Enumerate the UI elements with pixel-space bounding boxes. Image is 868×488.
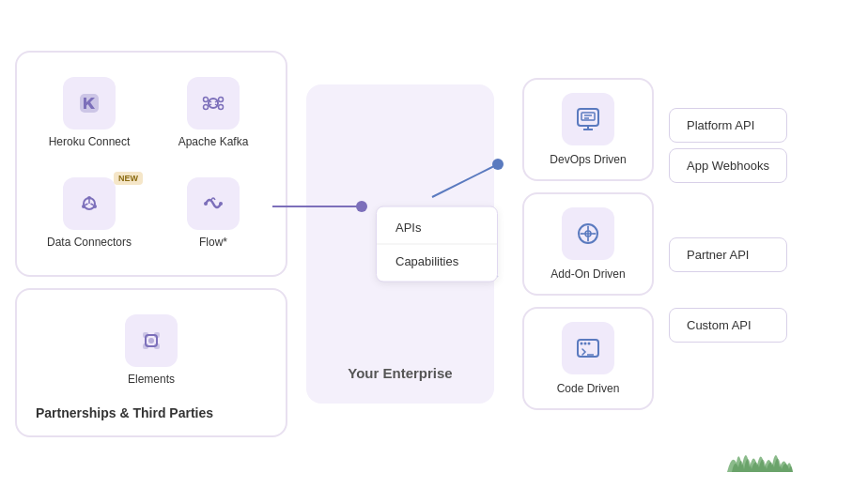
svg-point-12 (93, 205, 97, 208)
elements-card-inner: Elements (116, 305, 187, 397)
custom-api-label: Custom API (669, 308, 787, 343)
apache-kafka-icon-circle (187, 77, 240, 130)
elements-icon (138, 328, 164, 354)
code-driven-card[interactable]: Code Driven (522, 307, 654, 410)
code-icon (575, 335, 601, 361)
center-section: H Your Enterprise APIs Capabilities (297, 56, 504, 432)
addon-label: Add-On Driven (550, 267, 625, 281)
driven-column: DevOps Driven Add-On Driven (522, 78, 654, 410)
svg-line-15 (91, 204, 94, 206)
main-container: Heroku Connect (0, 0, 868, 488)
heroku-connect-card[interactable]: Heroku Connect (32, 68, 147, 160)
grass-decoration (727, 439, 793, 480)
heroku-connect-icon (76, 90, 102, 116)
addon-icon (575, 221, 601, 247)
addon-icon-circle (562, 207, 614, 260)
flow-icon-circle (187, 177, 240, 230)
data-connectors-label: Data Connectors (47, 236, 132, 251)
apache-kafka-icon (200, 90, 226, 116)
api-popup: APIs Capabilities (376, 206, 498, 282)
svg-point-5 (219, 104, 224, 109)
elements-card[interactable]: Elements (36, 305, 267, 397)
enterprise-label: Your Enterprise (348, 365, 452, 381)
data-connectors-card[interactable]: NEW Data Connectors (32, 168, 147, 260)
partner-api-label: Partner API (669, 237, 787, 272)
devops-icon (575, 106, 601, 132)
heroku-connect-label: Heroku Connect (49, 135, 131, 150)
partnerships-box: Elements Partnerships & Third Parties (15, 288, 287, 438)
svg-point-36 (588, 343, 591, 345)
elements-label: Elements (128, 373, 175, 388)
apache-kafka-card[interactable]: Apache Kafka (156, 68, 271, 160)
heroku-connect-icon-circle (63, 77, 116, 130)
svg-rect-23 (143, 343, 148, 349)
popup-divider (377, 244, 497, 245)
svg-point-17 (204, 202, 208, 206)
left-section: Heroku Connect (15, 51, 287, 438)
integrations-box: Heroku Connect (15, 51, 287, 277)
apis-menu-item[interactable]: APIs (377, 213, 497, 242)
svg-rect-26 (581, 113, 595, 120)
data-connectors-icon-circle (63, 177, 116, 230)
svg-point-2 (204, 97, 209, 101)
flow-icon (200, 191, 226, 217)
grass-svg (727, 439, 793, 477)
svg-point-4 (204, 104, 209, 109)
data-connectors-icon (76, 191, 102, 217)
platform-api-label: Platform API (669, 108, 787, 143)
svg-point-20 (148, 338, 154, 343)
svg-point-11 (87, 196, 91, 200)
new-badge: NEW (114, 172, 143, 185)
svg-point-35 (584, 343, 587, 345)
svg-point-3 (219, 97, 224, 101)
api-labels-column: Platform API App Webhooks Partner API Cu… (669, 99, 787, 389)
svg-rect-21 (143, 332, 148, 338)
devops-icon-circle (562, 93, 614, 145)
svg-line-16 (85, 204, 88, 206)
svg-point-18 (219, 202, 223, 206)
code-icon-circle (562, 322, 614, 374)
code-label: Code Driven (557, 382, 620, 395)
elements-icon-circle (125, 314, 178, 367)
devops-driven-card[interactable]: DevOps Driven (522, 78, 654, 181)
addon-driven-card[interactable]: Add-On Driven (522, 192, 654, 296)
capabilities-menu-item[interactable]: Capabilities (377, 247, 497, 276)
apache-kafka-label: Apache Kafka (178, 135, 249, 150)
flow-label: Flow* (199, 236, 227, 251)
flow-card[interactable]: Flow* (156, 168, 271, 260)
svg-point-34 (581, 343, 583, 345)
svg-rect-24 (154, 343, 160, 349)
devops-label: DevOps Driven (550, 153, 626, 166)
svg-point-13 (82, 205, 85, 208)
app-webhooks-label: App Webhooks (669, 148, 787, 183)
svg-rect-22 (154, 332, 160, 338)
right-section: DevOps Driven Add-On Driven (513, 78, 853, 410)
partnerships-title: Partnerships & Third Parties (36, 405, 213, 420)
svg-point-1 (209, 99, 218, 108)
